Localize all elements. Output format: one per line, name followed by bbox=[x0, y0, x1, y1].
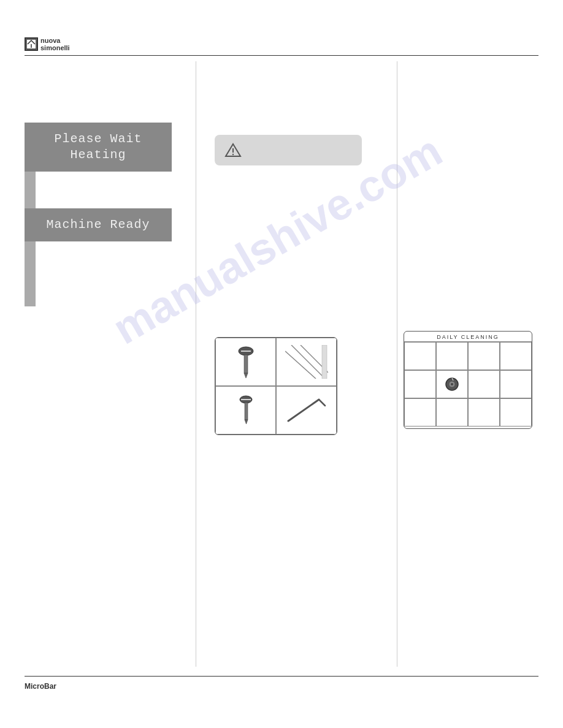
panel-lines-icon bbox=[285, 345, 328, 379]
logo-icon bbox=[25, 37, 38, 51]
dc-cell-7 bbox=[468, 370, 500, 398]
svg-point-21 bbox=[451, 383, 453, 385]
warning-box bbox=[215, 135, 362, 165]
daily-cleaning-grid bbox=[404, 342, 532, 427]
page-footer: MicroBar bbox=[25, 676, 538, 691]
illustration-left-box bbox=[215, 337, 337, 435]
svg-line-16 bbox=[288, 400, 319, 421]
ill-cell-bl bbox=[215, 386, 276, 434]
logo-brand-bottom: simonelli bbox=[40, 44, 70, 51]
right-panel: DAILY CLEANING bbox=[397, 61, 538, 667]
left-panel: Please WaitHeating Machine Ready bbox=[25, 61, 196, 667]
heating-label: Please WaitHeating bbox=[31, 131, 166, 163]
dc-cell-8 bbox=[500, 370, 532, 398]
ready-label: Machine Ready bbox=[31, 217, 166, 233]
logo-brand-top: nuova bbox=[40, 37, 70, 44]
warning-icon bbox=[224, 143, 242, 157]
dc-cell-knob bbox=[436, 370, 468, 398]
svg-line-17 bbox=[319, 400, 325, 406]
footer-brand: MicroBar bbox=[25, 682, 56, 691]
dc-cell-12 bbox=[500, 398, 532, 427]
daily-cleaning-box: DAILY CLEANING bbox=[404, 331, 532, 429]
page-header: nuova simonelli bbox=[25, 37, 538, 56]
svg-rect-6 bbox=[244, 355, 248, 373]
dc-cell-11 bbox=[468, 398, 500, 427]
svg-rect-14 bbox=[245, 403, 248, 420]
ill-cell-br bbox=[276, 386, 337, 434]
dc-cell-5 bbox=[404, 370, 436, 398]
ready-display-box: Machine Ready bbox=[25, 208, 172, 241]
tool-icon bbox=[285, 393, 328, 427]
dc-cell-4 bbox=[500, 342, 532, 370]
knob-icon bbox=[443, 376, 461, 393]
svg-rect-11 bbox=[322, 345, 327, 379]
dc-cell-10 bbox=[436, 398, 468, 427]
ill-cell-tl bbox=[215, 338, 276, 386]
heating-display-box: Please WaitHeating bbox=[25, 123, 172, 172]
main-content: Please WaitHeating Machine Ready bbox=[25, 61, 538, 667]
svg-point-3 bbox=[232, 154, 234, 155]
ill-cell-tr bbox=[276, 338, 337, 386]
illustrations-area bbox=[215, 337, 378, 435]
svg-marker-15 bbox=[245, 420, 248, 424]
brand-logo: nuova simonelli bbox=[25, 37, 70, 51]
dc-cell-2 bbox=[436, 342, 468, 370]
dc-cell-1 bbox=[404, 342, 436, 370]
logo-text: nuova simonelli bbox=[40, 37, 70, 51]
dc-cell-3 bbox=[468, 342, 500, 370]
dc-cell-9 bbox=[404, 398, 436, 427]
svg-marker-7 bbox=[244, 373, 248, 378]
screw-top-icon bbox=[234, 345, 258, 379]
middle-panel bbox=[196, 61, 397, 667]
screw-side-icon bbox=[234, 393, 258, 427]
daily-cleaning-title: DAILY CLEANING bbox=[404, 332, 532, 342]
